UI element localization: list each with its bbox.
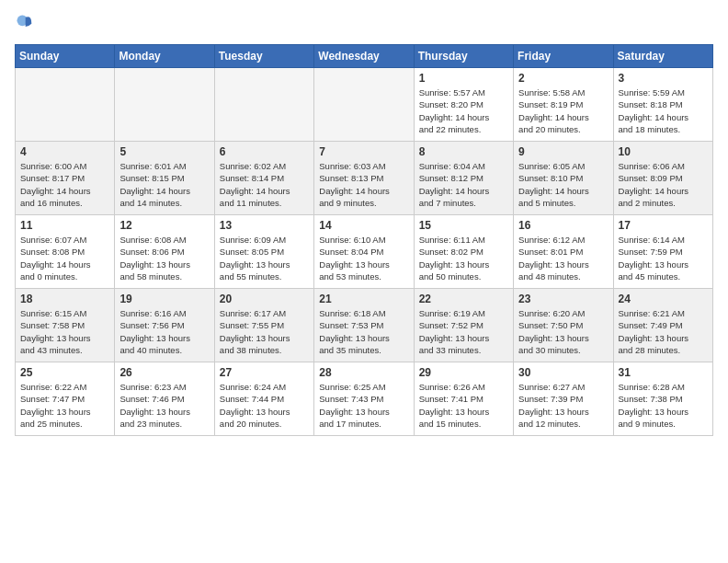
calendar-day-cell: 10Sunrise: 6:06 AMSunset: 8:09 PMDayligh…: [613, 142, 712, 215]
calendar-day-cell: 5Sunrise: 6:01 AMSunset: 8:15 PMDaylight…: [115, 142, 214, 215]
day-info: Sunrise: 6:02 AMSunset: 8:14 PMDaylight:…: [220, 160, 309, 209]
day-info: Sunrise: 6:09 AMSunset: 8:05 PMDaylight:…: [220, 234, 309, 282]
day-number: 30: [518, 366, 608, 379]
day-info: Sunrise: 6:00 AMSunset: 8:17 PMDaylight:…: [20, 160, 109, 209]
day-info: Sunrise: 6:11 AMSunset: 8:02 PMDaylight:…: [419, 234, 508, 282]
day-number: 21: [319, 293, 408, 305]
day-number: 1: [419, 72, 508, 85]
calendar-day-cell: 24Sunrise: 6:21 AMSunset: 7:49 PMDayligh…: [613, 289, 712, 362]
day-number: 15: [419, 219, 508, 232]
calendar-header-row: SundayMondayTuesdayWednesdayThursdayFrid…: [16, 45, 713, 68]
day-info: Sunrise: 6:17 AMSunset: 7:55 PMDaylight:…: [220, 307, 309, 356]
calendar-week-row: 1Sunrise: 5:57 AMSunset: 8:20 PMDaylight…: [16, 68, 713, 142]
logo-icon: [15, 13, 33, 31]
day-info: Sunrise: 5:57 AMSunset: 8:20 PMDaylight:…: [419, 86, 508, 135]
day-info: Sunrise: 6:16 AMSunset: 7:56 PMDaylight:…: [119, 307, 209, 356]
calendar-day-cell: 12Sunrise: 6:08 AMSunset: 8:06 PMDayligh…: [115, 215, 214, 289]
day-number: 31: [619, 366, 708, 379]
weekday-header-saturday: Saturday: [613, 45, 712, 68]
day-number: 19: [119, 293, 209, 305]
calendar-day-cell: 8Sunrise: 6:04 AMSunset: 8:12 PMDaylight…: [414, 142, 513, 215]
calendar-day-cell: 11Sunrise: 6:07 AMSunset: 8:08 PMDayligh…: [16, 215, 115, 289]
day-number: 28: [319, 366, 408, 379]
calendar-day-cell: 20Sunrise: 6:17 AMSunset: 7:55 PMDayligh…: [214, 289, 313, 362]
day-number: 22: [419, 293, 508, 305]
calendar-day-cell: 13Sunrise: 6:09 AMSunset: 8:05 PMDayligh…: [214, 215, 313, 289]
calendar-day-cell: 2Sunrise: 5:58 AMSunset: 8:19 PMDaylight…: [514, 68, 613, 142]
day-info: Sunrise: 6:01 AMSunset: 8:15 PMDaylight:…: [119, 160, 209, 209]
day-number: 3: [619, 72, 708, 85]
day-info: Sunrise: 6:06 AMSunset: 8:09 PMDaylight:…: [619, 160, 708, 209]
calendar-day-cell: [214, 68, 313, 142]
day-number: 13: [220, 219, 309, 232]
day-number: 24: [619, 293, 708, 305]
calendar-day-cell: 1Sunrise: 5:57 AMSunset: 8:20 PMDaylight…: [414, 68, 513, 142]
calendar-day-cell: 16Sunrise: 6:12 AMSunset: 8:01 PMDayligh…: [514, 215, 613, 289]
day-info: Sunrise: 6:25 AMSunset: 7:43 PMDaylight:…: [319, 381, 408, 430]
day-info: Sunrise: 6:15 AMSunset: 7:58 PMDaylight:…: [20, 307, 109, 356]
day-number: 18: [20, 293, 109, 305]
weekday-header-sunday: Sunday: [16, 45, 115, 68]
day-info: Sunrise: 6:14 AMSunset: 7:59 PMDaylight:…: [619, 234, 708, 282]
calendar-day-cell: 14Sunrise: 6:10 AMSunset: 8:04 PMDayligh…: [314, 215, 414, 289]
day-number: 27: [220, 366, 309, 379]
day-number: 29: [419, 366, 508, 379]
day-info: Sunrise: 6:04 AMSunset: 8:12 PMDaylight:…: [419, 160, 508, 209]
day-number: 8: [419, 145, 508, 158]
calendar-week-row: 4Sunrise: 6:00 AMSunset: 8:17 PMDaylight…: [16, 142, 713, 215]
calendar-day-cell: 6Sunrise: 6:02 AMSunset: 8:14 PMDaylight…: [214, 142, 313, 215]
calendar-day-cell: 17Sunrise: 6:14 AMSunset: 7:59 PMDayligh…: [613, 215, 712, 289]
calendar-day-cell: [115, 68, 214, 142]
day-number: 5: [119, 145, 209, 158]
weekday-header-monday: Monday: [115, 45, 214, 68]
day-info: Sunrise: 5:58 AMSunset: 8:19 PMDaylight:…: [518, 86, 608, 135]
day-info: Sunrise: 6:07 AMSunset: 8:08 PMDaylight:…: [20, 234, 109, 282]
day-number: 23: [518, 293, 608, 305]
day-info: Sunrise: 6:20 AMSunset: 7:50 PMDaylight:…: [518, 307, 608, 356]
day-number: 16: [518, 219, 608, 232]
calendar-day-cell: 30Sunrise: 6:27 AMSunset: 7:39 PMDayligh…: [514, 362, 613, 436]
day-info: Sunrise: 6:08 AMSunset: 8:06 PMDaylight:…: [119, 234, 209, 282]
calendar-table: SundayMondayTuesdayWednesdayThursdayFrid…: [15, 44, 713, 436]
calendar-day-cell: 23Sunrise: 6:20 AMSunset: 7:50 PMDayligh…: [514, 289, 613, 362]
calendar-day-cell: 27Sunrise: 6:24 AMSunset: 7:44 PMDayligh…: [214, 362, 313, 436]
day-number: 11: [20, 219, 109, 232]
calendar-day-cell: 19Sunrise: 6:16 AMSunset: 7:56 PMDayligh…: [115, 289, 214, 362]
day-number: 2: [518, 72, 608, 85]
day-number: 14: [319, 219, 408, 232]
day-number: 7: [319, 145, 408, 158]
day-info: Sunrise: 6:24 AMSunset: 7:44 PMDaylight:…: [220, 381, 309, 430]
day-number: 9: [518, 145, 608, 158]
calendar-day-cell: 9Sunrise: 6:05 AMSunset: 8:10 PMDaylight…: [514, 142, 613, 215]
day-info: Sunrise: 5:59 AMSunset: 8:18 PMDaylight:…: [619, 86, 708, 135]
calendar-day-cell: 31Sunrise: 6:28 AMSunset: 7:38 PMDayligh…: [613, 362, 712, 436]
day-info: Sunrise: 6:05 AMSunset: 8:10 PMDaylight:…: [518, 160, 608, 209]
day-info: Sunrise: 6:10 AMSunset: 8:04 PMDaylight:…: [319, 234, 408, 282]
calendar-day-cell: 3Sunrise: 5:59 AMSunset: 8:18 PMDaylight…: [613, 68, 712, 142]
day-number: 26: [119, 366, 209, 379]
day-info: Sunrise: 6:26 AMSunset: 7:41 PMDaylight:…: [419, 381, 508, 430]
day-info: Sunrise: 6:27 AMSunset: 7:39 PMDaylight:…: [518, 381, 608, 430]
day-number: 4: [20, 145, 109, 158]
calendar-day-cell: 22Sunrise: 6:19 AMSunset: 7:52 PMDayligh…: [414, 289, 513, 362]
calendar-day-cell: 29Sunrise: 6:26 AMSunset: 7:41 PMDayligh…: [414, 362, 513, 436]
day-number: 12: [119, 219, 209, 232]
calendar-day-cell: [314, 68, 414, 142]
calendar-week-row: 11Sunrise: 6:07 AMSunset: 8:08 PMDayligh…: [16, 215, 713, 289]
day-info: Sunrise: 6:23 AMSunset: 7:46 PMDaylight:…: [119, 381, 209, 430]
day-number: 17: [619, 219, 708, 232]
day-info: Sunrise: 6:19 AMSunset: 7:52 PMDaylight:…: [419, 307, 508, 356]
weekday-header-wednesday: Wednesday: [314, 45, 414, 68]
day-info: Sunrise: 6:21 AMSunset: 7:49 PMDaylight:…: [619, 307, 708, 356]
weekday-header-thursday: Thursday: [414, 45, 513, 68]
calendar-day-cell: 4Sunrise: 6:00 AMSunset: 8:17 PMDaylight…: [16, 142, 115, 215]
calendar-day-cell: 15Sunrise: 6:11 AMSunset: 8:02 PMDayligh…: [414, 215, 513, 289]
calendar-day-cell: 7Sunrise: 6:03 AMSunset: 8:13 PMDaylight…: [314, 142, 414, 215]
calendar-week-row: 18Sunrise: 6:15 AMSunset: 7:58 PMDayligh…: [16, 289, 713, 362]
weekday-header-friday: Friday: [514, 45, 613, 68]
calendar-day-cell: 25Sunrise: 6:22 AMSunset: 7:47 PMDayligh…: [16, 362, 115, 436]
calendar-week-row: 25Sunrise: 6:22 AMSunset: 7:47 PMDayligh…: [16, 362, 713, 436]
day-info: Sunrise: 6:28 AMSunset: 7:38 PMDaylight:…: [619, 381, 708, 430]
calendar-day-cell: 26Sunrise: 6:23 AMSunset: 7:46 PMDayligh…: [115, 362, 214, 436]
logo: [15, 15, 37, 33]
